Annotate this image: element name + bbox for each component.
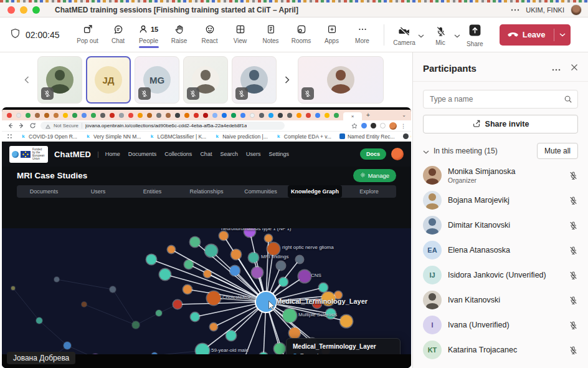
new-tab-button[interactable]: + (366, 112, 370, 119)
graph-node[interactable] (296, 256, 303, 263)
participant-row[interactable]: Monika SimjanoskaOrganizer (413, 163, 588, 188)
address-bar[interactable]: Not Secure jovana.openbrain.io/collectio… (40, 122, 285, 130)
filmstrip-prev-button[interactable] (20, 76, 34, 84)
browser-tab-favicon[interactable] (63, 113, 68, 118)
browser-tab-favicon[interactable] (7, 113, 12, 118)
participant-row[interactable]: Ivan Kitanovski (413, 288, 588, 312)
app-tab-explore[interactable]: Explore (342, 185, 396, 198)
browser-tab-favicon[interactable] (268, 113, 273, 118)
participant-muted-mic-icon[interactable] (569, 321, 578, 330)
browser-tab-favicon[interactable] (110, 113, 115, 118)
graph-node[interactable] (267, 243, 280, 255)
mute-all-button[interactable]: Mute all (537, 143, 578, 159)
browser-tab-favicon[interactable] (100, 113, 105, 118)
graph-node[interactable] (159, 269, 171, 280)
browser-tab-favicon[interactable] (26, 113, 31, 118)
participant-muted-mic-icon[interactable] (569, 171, 578, 180)
browser-tab-favicon[interactable] (222, 113, 227, 118)
back-icon[interactable] (7, 122, 14, 129)
browser-menu-icon[interactable]: ⋮ (401, 123, 406, 129)
bookmark-item[interactable]: Coreference Resol... (403, 133, 411, 140)
graph-node[interactable] (319, 283, 328, 292)
graph-node[interactable] (207, 291, 220, 305)
graph-node[interactable] (265, 235, 272, 242)
graph-node[interactable] (146, 254, 156, 264)
app-tab-knowledge-graph[interactable]: Knowledge Graph (288, 185, 342, 198)
app-tab-relationships[interactable]: Relationships (179, 185, 234, 198)
browser-tab-favicon[interactable] (203, 113, 208, 118)
video-tile[interactable] (37, 56, 82, 104)
bookmark-item[interactable]: kVery Simple NN M... (85, 133, 141, 140)
leave-button[interactable]: Leave (500, 29, 554, 41)
mic-chevron[interactable] (454, 29, 460, 41)
extension-icon[interactable] (361, 123, 367, 128)
toolbar-button-chat[interactable]: Chat (103, 22, 133, 48)
graph-node[interactable] (230, 266, 240, 276)
participant-muted-mic-icon[interactable] (569, 271, 578, 280)
browser-tab-favicon[interactable] (138, 113, 143, 118)
mic-button[interactable]: Mic (427, 24, 454, 46)
graph-node[interactable] (205, 245, 217, 257)
browser-tab-favicon[interactable] (278, 113, 283, 118)
graph-node[interactable] (210, 323, 217, 331)
graph-node[interactable] (156, 310, 162, 316)
app-nav-documents[interactable]: Documents (128, 151, 157, 157)
tab-close-icon[interactable]: × (351, 114, 354, 119)
participant-row[interactable]: Dimitar Kitanovski (413, 213, 588, 238)
bookmark-item[interactable]: kCOVID-19 Open R... (21, 133, 77, 140)
browser-tab-favicon[interactable] (212, 113, 217, 118)
graph-node[interactable] (277, 261, 285, 270)
participant-row[interactable]: IIvana (Unverified) (413, 312, 588, 337)
search-input[interactable] (423, 90, 578, 109)
apps-grid-icon[interactable] (7, 133, 12, 139)
browser-tab-favicon[interactable] (166, 113, 171, 118)
browser-tab-favicon[interactable] (44, 113, 49, 118)
browser-tab-favicon[interactable] (240, 113, 245, 118)
app-tab-users[interactable]: Users (71, 185, 125, 198)
graph-node[interactable] (204, 270, 211, 278)
graph-node[interactable] (110, 286, 116, 293)
extension-icon[interactable] (380, 123, 386, 128)
share-button[interactable]: Share (467, 24, 483, 47)
video-tile[interactable] (298, 56, 384, 104)
graph-node[interactable] (249, 253, 258, 263)
toolbar-button-view[interactable]: View (225, 22, 255, 48)
toolbar-button-more[interactable]: More (347, 22, 377, 48)
participant-muted-mic-icon[interactable] (569, 221, 578, 230)
app-nav-users[interactable]: Users (246, 151, 261, 157)
browser-tab-favicon[interactable] (259, 113, 264, 118)
browser-active-tab[interactable]: × (343, 112, 362, 120)
app-nav-chat[interactable]: Chat (200, 151, 212, 157)
browser-tab-favicon[interactable] (325, 113, 330, 118)
video-tile[interactable]: ЈД (86, 56, 131, 104)
browser-tab-favicon[interactable] (184, 113, 189, 118)
graph-node[interactable] (274, 343, 285, 354)
graph-node[interactable] (173, 300, 182, 309)
graph-node[interactable] (298, 270, 311, 283)
browser-tab-favicon[interactable] (119, 113, 124, 118)
graph-node[interactable] (219, 231, 228, 240)
browser-tab-favicon[interactable] (287, 113, 292, 118)
graph-node[interactable] (168, 246, 175, 253)
browser-tab-favicon[interactable] (156, 113, 161, 118)
minimize-window-button[interactable] (20, 6, 27, 14)
browser-tab-favicon[interactable] (315, 113, 320, 118)
toolbar-button-apps[interactable]: Apps (316, 22, 347, 48)
browser-tab-favicon[interactable] (296, 113, 301, 118)
extension-icon[interactable] (371, 123, 376, 128)
reload-icon[interactable] (29, 122, 36, 129)
docs-button[interactable]: Docs (360, 148, 386, 160)
browser-profile-avatar[interactable] (389, 122, 397, 130)
bookmark-star-icon[interactable] (351, 123, 358, 129)
manage-button[interactable]: Manage (353, 169, 396, 182)
browser-tab-favicon[interactable] (91, 113, 96, 118)
filmstrip-next-button[interactable] (280, 76, 294, 84)
section-chevron-icon[interactable] (423, 145, 429, 157)
app-nav-collections[interactable]: Collections (164, 151, 192, 157)
graph-node[interactable] (191, 312, 199, 321)
app-nav-search[interactable]: Search (220, 151, 238, 157)
knowledge-graph-canvas[interactable]: neurofibromatosis type 1 (NF 1)right opt… (2, 228, 411, 368)
browser-tab-favicon[interactable] (306, 113, 311, 118)
app-nav-settings[interactable]: Settings (268, 151, 289, 157)
browser-tab-favicon[interactable] (16, 113, 21, 118)
